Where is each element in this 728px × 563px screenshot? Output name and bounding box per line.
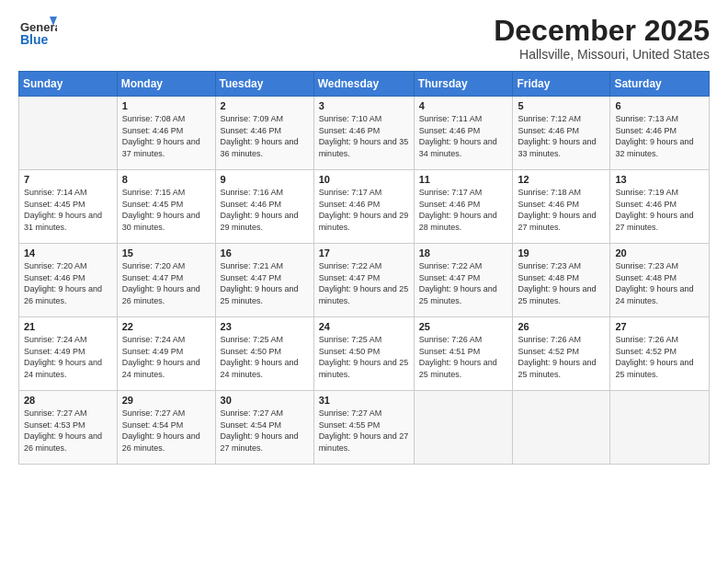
calendar-cell: 11 Sunrise: 7:17 AMSunset: 4:46 PMDaylig… [414,170,513,244]
calendar-cell: 29 Sunrise: 7:27 AMSunset: 4:54 PMDaylig… [117,391,215,465]
day-info: Sunrise: 7:27 AMSunset: 4:53 PMDaylight:… [24,408,112,454]
calendar-cell: 26 Sunrise: 7:26 AMSunset: 4:52 PMDaylig… [513,317,610,391]
day-info: Sunrise: 7:18 AMSunset: 4:46 PMDaylight:… [518,187,605,233]
title-area: December 2025 Hallsville, Missouri, Unit… [494,15,710,62]
day-info: Sunrise: 7:27 AMSunset: 4:54 PMDaylight:… [122,408,210,454]
day-number: 20 [615,247,704,259]
day-number: 9 [221,174,309,185]
day-info: Sunrise: 7:10 AMSunset: 4:46 PMDaylight:… [319,113,409,159]
calendar-cell: 7 Sunrise: 7:14 AMSunset: 4:45 PMDayligh… [19,170,118,244]
day-info: Sunrise: 7:24 AMSunset: 4:49 PMDaylight:… [122,334,210,380]
day-number: 3 [319,100,409,111]
svg-text:Blue: Blue [20,32,49,47]
day-info: Sunrise: 7:09 AMSunset: 4:46 PMDaylight:… [221,113,309,159]
calendar-cell: 24 Sunrise: 7:25 AMSunset: 4:50 PMDaylig… [313,317,414,391]
header-wednesday: Wednesday [313,72,414,97]
day-number: 2 [221,100,309,111]
day-info: Sunrise: 7:15 AMSunset: 4:45 PMDaylight:… [122,187,210,233]
header-friday: Friday [513,72,610,97]
day-info: Sunrise: 7:19 AMSunset: 4:46 PMDaylight:… [615,187,704,233]
day-number: 11 [419,174,508,185]
day-info: Sunrise: 7:12 AMSunset: 4:46 PMDaylight:… [518,113,605,159]
calendar-cell: 4 Sunrise: 7:11 AMSunset: 4:46 PMDayligh… [414,97,513,170]
calendar-week-0: 1 Sunrise: 7:08 AMSunset: 4:46 PMDayligh… [19,97,710,170]
calendar-cell: 3 Sunrise: 7:10 AMSunset: 4:46 PMDayligh… [313,97,414,170]
calendar-week-1: 7 Sunrise: 7:14 AMSunset: 4:45 PMDayligh… [19,170,710,244]
day-info: Sunrise: 7:14 AMSunset: 4:45 PMDaylight:… [24,187,112,233]
calendar-cell: 2 Sunrise: 7:09 AMSunset: 4:46 PMDayligh… [215,97,313,170]
day-info: Sunrise: 7:26 AMSunset: 4:51 PMDaylight:… [419,334,508,380]
day-number: 7 [24,174,112,185]
day-info: Sunrise: 7:26 AMSunset: 4:52 PMDaylight:… [615,334,704,380]
header-area: General Blue December 2025 Hallsville, M… [18,15,710,62]
header-row: Sunday Monday Tuesday Wednesday Thursday… [19,72,710,97]
day-info: Sunrise: 7:23 AMSunset: 4:48 PMDaylight:… [518,260,605,306]
header-sunday: Sunday [19,72,118,97]
calendar-title: December 2025 [494,15,710,47]
day-number: 27 [615,321,704,332]
day-number: 15 [122,247,210,259]
day-info: Sunrise: 7:16 AMSunset: 4:46 PMDaylight:… [221,187,309,233]
day-info: Sunrise: 7:22 AMSunset: 4:47 PMDaylight:… [319,260,409,306]
day-info: Sunrise: 7:11 AMSunset: 4:46 PMDaylight:… [419,113,508,159]
day-number: 24 [319,321,409,332]
calendar-cell: 21 Sunrise: 7:24 AMSunset: 4:49 PMDaylig… [19,317,118,391]
calendar-cell [610,391,710,465]
calendar-cell: 25 Sunrise: 7:26 AMSunset: 4:51 PMDaylig… [414,317,513,391]
day-info: Sunrise: 7:27 AMSunset: 4:55 PMDaylight:… [319,408,409,454]
calendar-cell: 18 Sunrise: 7:22 AMSunset: 4:47 PMDaylig… [414,244,513,317]
day-number: 6 [615,100,704,111]
day-info: Sunrise: 7:20 AMSunset: 4:47 PMDaylight:… [122,260,210,306]
header-saturday: Saturday [610,72,710,97]
calendar-cell: 27 Sunrise: 7:26 AMSunset: 4:52 PMDaylig… [610,317,710,391]
calendar-week-4: 28 Sunrise: 7:27 AMSunset: 4:53 PMDaylig… [19,391,710,465]
calendar-cell: 13 Sunrise: 7:19 AMSunset: 4:46 PMDaylig… [610,170,710,244]
calendar-cell: 19 Sunrise: 7:23 AMSunset: 4:48 PMDaylig… [513,244,610,317]
calendar-header: Sunday Monday Tuesday Wednesday Thursday… [19,72,710,97]
day-number: 30 [221,395,309,406]
header-tuesday: Tuesday [215,72,313,97]
day-number: 26 [518,321,605,332]
day-number: 21 [24,321,112,332]
day-number: 1 [122,100,210,111]
calendar-cell: 28 Sunrise: 7:27 AMSunset: 4:53 PMDaylig… [19,391,118,465]
day-number: 12 [518,174,605,185]
calendar-table: Sunday Monday Tuesday Wednesday Thursday… [18,71,710,465]
day-number: 19 [518,247,605,259]
header-monday: Monday [117,72,215,97]
calendar-cell: 23 Sunrise: 7:25 AMSunset: 4:50 PMDaylig… [215,317,313,391]
day-number: 17 [319,247,409,259]
calendar-cell [414,391,513,465]
calendar-cell: 6 Sunrise: 7:13 AMSunset: 4:46 PMDayligh… [610,97,710,170]
day-info: Sunrise: 7:25 AMSunset: 4:50 PMDaylight:… [319,334,409,380]
day-info: Sunrise: 7:26 AMSunset: 4:52 PMDaylight:… [518,334,605,380]
day-number: 25 [419,321,508,332]
calendar-cell: 8 Sunrise: 7:15 AMSunset: 4:45 PMDayligh… [117,170,215,244]
day-info: Sunrise: 7:08 AMSunset: 4:46 PMDaylight:… [122,113,210,159]
day-number: 23 [221,321,309,332]
calendar-cell: 20 Sunrise: 7:23 AMSunset: 4:48 PMDaylig… [610,244,710,317]
calendar-cell: 30 Sunrise: 7:27 AMSunset: 4:54 PMDaylig… [215,391,313,465]
day-info: Sunrise: 7:22 AMSunset: 4:47 PMDaylight:… [419,260,508,306]
day-info: Sunrise: 7:13 AMSunset: 4:46 PMDaylight:… [615,113,704,159]
calendar-cell: 31 Sunrise: 7:27 AMSunset: 4:55 PMDaylig… [313,391,414,465]
calendar-cell: 14 Sunrise: 7:20 AMSunset: 4:46 PMDaylig… [19,244,118,317]
day-number: 31 [319,395,409,406]
day-info: Sunrise: 7:21 AMSunset: 4:47 PMDaylight:… [221,260,309,306]
day-number: 10 [319,174,409,185]
day-number: 29 [122,395,210,406]
calendar-cell: 1 Sunrise: 7:08 AMSunset: 4:46 PMDayligh… [117,97,215,170]
page-container: General Blue December 2025 Hallsville, M… [0,0,728,474]
header-thursday: Thursday [414,72,513,97]
calendar-cell: 22 Sunrise: 7:24 AMSunset: 4:49 PMDaylig… [117,317,215,391]
calendar-cell: 17 Sunrise: 7:22 AMSunset: 4:47 PMDaylig… [313,244,414,317]
day-number: 5 [518,100,605,111]
day-number: 14 [24,247,112,259]
calendar-cell: 9 Sunrise: 7:16 AMSunset: 4:46 PMDayligh… [215,170,313,244]
calendar-cell: 12 Sunrise: 7:18 AMSunset: 4:46 PMDaylig… [513,170,610,244]
logo: General Blue [18,15,57,53]
calendar-cell [513,391,610,465]
calendar-cell: 5 Sunrise: 7:12 AMSunset: 4:46 PMDayligh… [513,97,610,170]
day-number: 8 [122,174,210,185]
day-number: 16 [221,247,309,259]
